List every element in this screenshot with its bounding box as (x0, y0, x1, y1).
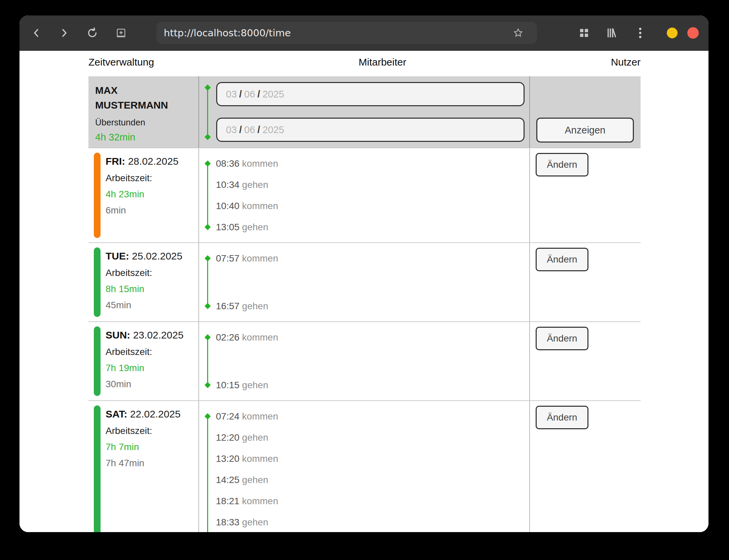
nav-item-nutzer[interactable]: Nutzer (611, 56, 641, 68)
tab-overview-button[interactable] (576, 25, 592, 41)
time-entry: 10:15 gehen (216, 374, 529, 396)
grid-icon (579, 28, 589, 38)
worktime-label: Arbeitszeit: (106, 347, 198, 357)
worktime-value: 8h 15min (106, 284, 198, 294)
reload-icon (87, 27, 98, 39)
date-to-day: 06 (244, 124, 255, 135)
day-row: SAT: 22.02.2025 Arbeitszeit: 7h 7min 7h … (88, 400, 641, 532)
reload-button[interactable] (85, 25, 100, 41)
time-table: MAX MUSTERMANN Überstunden 4h 32min 03/0… (88, 76, 641, 532)
time-entry: 10:34 gehen (216, 174, 529, 195)
overtime-label: Überstunden (95, 117, 198, 128)
library-icon (606, 28, 618, 38)
time-value: 13:05 (216, 222, 239, 232)
date-to-month: 03 (226, 124, 237, 135)
time-value: 14:25 (216, 475, 239, 485)
day-status-bar (94, 405, 101, 532)
time-value: 18:33 (216, 517, 239, 527)
time-value: 10:34 (216, 179, 239, 190)
time-entry: 02:26 kommen (216, 327, 529, 348)
time-entry-list: 08:36 kommen 10:34 gehen 10:40 kommen 13… (216, 153, 529, 238)
minimize-window-button[interactable] (667, 28, 678, 38)
date-to-year: 2025 (263, 124, 284, 135)
time-entry: 18:33 gehen (216, 512, 529, 532)
worktime-label: Arbeitszeit: (106, 173, 198, 184)
time-entry: 16:57 gehen (216, 295, 529, 317)
time-value: 07:57 (216, 253, 239, 264)
chevron-left-icon (35, 30, 38, 36)
nav-item-mitarbeiter[interactable]: Mitarbeiter (359, 56, 407, 68)
date-separator: / (239, 89, 242, 100)
worktime-value: 7h 19min (106, 363, 198, 373)
menu-button[interactable] (632, 25, 648, 41)
new-tab-button[interactable] (113, 25, 129, 41)
date-from-year: 2025 (263, 89, 284, 100)
change-button[interactable]: Ändern (536, 327, 588, 350)
pause-value: 30min (106, 379, 198, 390)
back-button[interactable] (29, 25, 44, 41)
change-action-cell: Ändern (530, 322, 641, 400)
time-entry: 13:20 kommen (216, 448, 529, 469)
pause-value: 45min (106, 300, 198, 311)
show-button[interactable]: Anzeigen (536, 118, 634, 143)
time-range-line (207, 416, 208, 532)
time-action: kommen (242, 411, 278, 422)
browser-toolbar: http://localhost:8000/time (20, 15, 708, 51)
rows-container: FRI: 28.02.2025 Arbeitszeit: 4h 23min 6m… (88, 148, 641, 532)
close-window-button[interactable] (687, 27, 699, 39)
time-entry-list: 07:24 kommen 12:20 gehen 13:20 kommen 14… (216, 406, 529, 532)
time-action: gehen (242, 380, 268, 390)
time-value: 10:15 (216, 380, 239, 390)
library-button[interactable] (604, 25, 620, 41)
date-to-input[interactable]: 03/06/2025 (216, 118, 525, 142)
time-action: kommen (242, 201, 278, 211)
day-row: TUE: 25.02.2025 Arbeitszeit: 8h 15min 45… (88, 242, 641, 321)
day-status-bar (94, 153, 101, 238)
bookmark-star-icon[interactable] (513, 28, 524, 38)
date-separator: / (258, 124, 260, 135)
time-range-line (207, 163, 208, 227)
page-content: Zeitverwaltung Mitarbeiter Nutzer MAX MU… (20, 51, 708, 532)
change-button[interactable]: Ändern (536, 406, 588, 429)
day-summary-cell: SAT: 22.02.2025 Arbeitszeit: 7h 7min 7h … (88, 401, 198, 532)
change-action-cell: Ändern (530, 148, 641, 242)
worktime-label: Arbeitszeit: (106, 426, 198, 436)
url-text: http://localhost:8000/time (164, 27, 513, 39)
date-filter-cell: 03/06/2025 03/06/2025 (198, 76, 530, 148)
date-from-input[interactable]: 03/06/2025 (216, 82, 525, 106)
employee-info-cell: MAX MUSTERMANN Überstunden 4h 32min (88, 76, 198, 148)
date-separator: / (258, 89, 260, 100)
day-summary-cell: TUE: 25.02.2025 Arbeitszeit: 8h 15min 45… (88, 243, 198, 321)
time-entries-cell: 07:57 kommen 16:57 gehen (198, 243, 530, 321)
time-entries-cell: 02:26 kommen 10:15 gehen (198, 322, 530, 400)
nav-item-zeitverwaltung[interactable]: Zeitverwaltung (88, 56, 154, 68)
time-entry-list: 02:26 kommen 10:15 gehen (216, 327, 529, 396)
time-value: 13:20 (216, 453, 239, 464)
pause-value: 7h 47min (106, 458, 198, 469)
change-button[interactable]: Ändern (536, 248, 588, 271)
time-action: gehen (242, 301, 268, 311)
employee-name: MAX MUSTERMANN (95, 83, 179, 113)
time-action: gehen (242, 432, 268, 443)
time-entry: 10:40 kommen (216, 195, 529, 216)
time-entries-cell: 08:36 kommen 10:34 gehen 10:40 kommen 13… (198, 148, 530, 242)
time-entry: 13:05 gehen (216, 216, 529, 238)
url-bar[interactable]: http://localhost:8000/time (156, 22, 537, 44)
time-value: 10:40 (216, 201, 239, 211)
date-from-day: 06 (244, 89, 255, 100)
worktime-label: Arbeitszeit: (106, 268, 198, 278)
change-button[interactable]: Ändern (536, 153, 588, 176)
time-value: 18:21 (216, 496, 239, 506)
time-entry: 08:36 kommen (216, 153, 529, 174)
date-from-month: 03 (226, 89, 237, 100)
day-title: SUN: 23.02.2025 (106, 329, 198, 341)
time-action: kommen (242, 158, 278, 169)
show-action-cell: Anzeigen (530, 76, 641, 148)
worktime-value: 4h 23min (106, 189, 198, 200)
time-action: kommen (242, 453, 278, 464)
day-status-bar (94, 247, 101, 317)
day-summary-cell: FRI: 28.02.2025 Arbeitszeit: 4h 23min 6m… (88, 148, 198, 242)
time-action: gehen (242, 475, 268, 485)
time-action: kommen (242, 332, 278, 343)
forward-button[interactable] (56, 25, 72, 41)
